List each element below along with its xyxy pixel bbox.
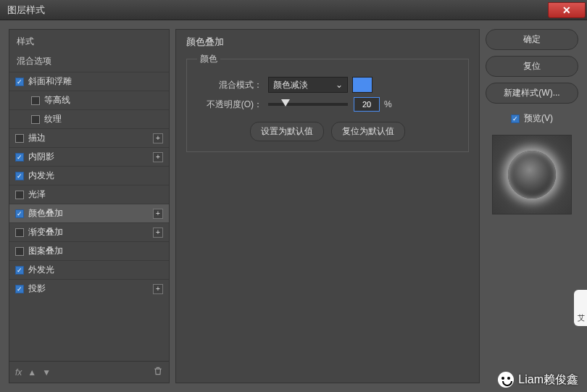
opacity-row: 不透明度(O)： 20 % — [197, 97, 458, 112]
style-checkbox[interactable]: ✓ — [15, 172, 24, 180]
fx-menu-icon[interactable]: fx — [15, 367, 22, 378]
opacity-input[interactable]: 20 — [354, 97, 380, 112]
chevron-down-icon: ⌄ — [336, 80, 343, 90]
style-item-label: 内发光 — [28, 170, 54, 182]
settings-panel: 颜色叠加 颜色 混合模式： 颜色减淡 ⌄ 不透明度(O)： 20 — [175, 29, 480, 383]
style-checkbox[interactable]: ✓ — [15, 153, 24, 162]
style-checkbox[interactable] — [15, 228, 24, 237]
style-item[interactable]: 等高线 — [9, 91, 169, 109]
style-item[interactable]: ✓颜色叠加+ — [9, 204, 169, 222]
dialog-window: 图层样式 ✕ 样式 混合选项 ✓斜面和浮雕等高线纹理描边+✓内阴影+✓内发光光泽… — [0, 0, 587, 392]
watermark-text: Liam赖俊鑫 — [518, 372, 578, 388]
action-panel: 确定 复位 新建样式(W)... ✓ 预览(V) — [486, 29, 578, 383]
style-item[interactable]: ✓斜面和浮雕 — [9, 72, 169, 91]
preview-sphere — [508, 151, 556, 199]
style-item[interactable]: 图案叠加 — [9, 241, 169, 260]
preview-checkbox[interactable]: ✓ — [511, 114, 520, 123]
make-default-button[interactable]: 设置为默认值 — [250, 122, 324, 141]
opacity-label: 不透明度(O)： — [197, 99, 262, 111]
section-title: 颜色叠加 — [186, 36, 469, 49]
style-item-label: 图案叠加 — [28, 245, 63, 257]
dialog-body: 样式 混合选项 ✓斜面和浮雕等高线纹理描边+✓内阴影+✓内发光光泽✓颜色叠加+渐… — [0, 20, 587, 392]
group-legend: 颜色 — [197, 53, 220, 65]
style-item-label: 光泽 — [28, 188, 46, 201]
slider-thumb-icon[interactable] — [281, 99, 290, 107]
default-buttons-row: 设置为默认值 复位为默认值 — [197, 122, 458, 141]
side-tab[interactable]: 艾 — [574, 290, 587, 326]
titlebar[interactable]: 图层样式 ✕ — [0, 0, 587, 20]
plus-icon[interactable]: + — [153, 133, 163, 143]
color-group: 颜色 混合模式： 颜色减淡 ⌄ 不透明度(O)： 20 % — [186, 53, 469, 152]
style-checkbox[interactable] — [31, 115, 40, 124]
close-button[interactable]: ✕ — [548, 2, 586, 18]
color-swatch[interactable] — [352, 77, 372, 93]
style-item[interactable]: 渐变叠加+ — [9, 222, 169, 241]
style-item-label: 颜色叠加 — [28, 207, 63, 220]
style-checkbox[interactable]: ✓ — [15, 266, 24, 275]
style-item[interactable]: 光泽 — [9, 185, 169, 204]
style-item[interactable]: 纹理 — [9, 109, 169, 128]
style-item-label: 投影 — [28, 283, 46, 295]
plus-icon[interactable]: + — [153, 209, 163, 219]
arrow-down-icon[interactable]: ▼ — [42, 367, 51, 378]
ok-button[interactable]: 确定 — [486, 29, 578, 50]
preview-label: 预览(V) — [524, 112, 553, 125]
style-checkbox[interactable] — [15, 191, 24, 199]
blend-mode-label: 混合模式： — [197, 79, 262, 91]
trash-icon[interactable] — [153, 366, 163, 378]
style-item-label: 纹理 — [44, 113, 62, 125]
opacity-unit: % — [384, 99, 392, 109]
plus-icon[interactable]: + — [153, 284, 163, 294]
style-checkbox[interactable]: ✓ — [15, 209, 24, 218]
watermark: Liam赖俊鑫 — [498, 372, 578, 388]
style-item-label: 等高线 — [44, 94, 70, 107]
styles-list-panel: 样式 混合选项 ✓斜面和浮雕等高线纹理描边+✓内阴影+✓内发光光泽✓颜色叠加+渐… — [9, 29, 170, 383]
styles-header: 样式 — [9, 30, 169, 51]
style-item-label: 内阴影 — [28, 151, 54, 163]
blend-mode-value: 颜色减淡 — [273, 79, 308, 91]
window-title: 图层样式 — [7, 4, 45, 17]
style-checkbox[interactable] — [15, 134, 24, 143]
weibo-icon — [498, 372, 514, 388]
style-item-label: 渐变叠加 — [28, 226, 63, 238]
blending-options[interactable]: 混合选项 — [9, 51, 169, 72]
blend-mode-select[interactable]: 颜色减淡 ⌄ — [268, 77, 348, 93]
close-icon: ✕ — [562, 4, 571, 16]
new-style-button[interactable]: 新建样式(W)... — [486, 83, 578, 104]
style-checkbox[interactable]: ✓ — [15, 285, 24, 293]
style-item-label: 描边 — [28, 132, 46, 144]
preview-toggle-row: ✓ 预览(V) — [486, 112, 578, 125]
plus-icon[interactable]: + — [153, 152, 163, 162]
arrow-up-icon[interactable]: ▲ — [28, 367, 36, 378]
style-item-label: 外发光 — [28, 264, 54, 276]
style-item-label: 斜面和浮雕 — [28, 75, 72, 88]
opacity-slider[interactable] — [268, 103, 348, 106]
style-item[interactable]: ✓内发光 — [9, 166, 169, 185]
style-item[interactable]: 描边+ — [9, 128, 169, 147]
cancel-button[interactable]: 复位 — [486, 56, 578, 77]
style-item[interactable]: ✓外发光 — [9, 260, 169, 279]
style-checkbox[interactable] — [15, 247, 24, 256]
style-checkbox[interactable] — [31, 96, 40, 105]
blend-mode-row: 混合模式： 颜色减淡 ⌄ — [197, 77, 458, 93]
style-checkbox[interactable]: ✓ — [15, 78, 24, 86]
reset-default-button[interactable]: 复位为默认值 — [331, 122, 405, 141]
style-item[interactable]: ✓内阴影+ — [9, 147, 169, 166]
plus-icon[interactable]: + — [153, 228, 163, 238]
preview-thumbnail — [492, 135, 572, 214]
styles-footer: fx ▲ ▼ — [9, 361, 169, 383]
style-item[interactable]: ✓投影+ — [9, 279, 169, 298]
